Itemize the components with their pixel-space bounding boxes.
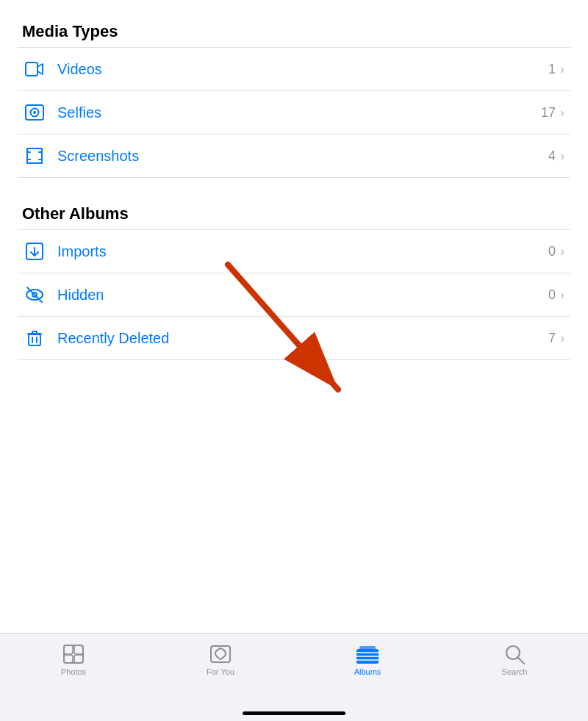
selfie-icon <box>24 101 46 123</box>
svg-line-27 <box>518 658 524 664</box>
photos-tab-label: Photos <box>61 667 86 676</box>
media-types-title: Media Types <box>18 22 570 41</box>
video-icon <box>24 58 46 80</box>
svg-rect-16 <box>74 645 83 654</box>
svg-rect-4 <box>27 148 42 163</box>
other-albums-title: Other Albums <box>18 204 570 223</box>
imports-chevron: › <box>560 244 564 259</box>
svg-rect-18 <box>74 655 83 663</box>
hidden-icon <box>24 284 46 306</box>
search-tab-icon <box>503 644 526 664</box>
imports-count: 0 <box>548 244 556 259</box>
for-you-tab-icon <box>209 644 232 664</box>
hidden-item[interactable]: Hidden 0 › <box>18 273 570 316</box>
tab-search[interactable]: Search <box>441 641 588 679</box>
screenshots-item[interactable]: Screenshots 4 › <box>18 134 570 177</box>
other-albums-section: Other Albums Imports 0 › <box>18 204 570 360</box>
search-tab-label: Search <box>502 667 528 676</box>
svg-rect-17 <box>64 655 73 663</box>
hidden-label: Hidden <box>57 287 548 304</box>
tab-for-you[interactable]: For You <box>147 641 294 679</box>
tab-albums[interactable]: Albums <box>294 641 441 679</box>
selfies-count: 17 <box>541 105 556 121</box>
imports-item[interactable]: Imports 0 › <box>18 230 570 273</box>
videos-item[interactable]: Videos 1 › <box>18 48 570 90</box>
selfies-label: Selfies <box>57 104 541 121</box>
recently-deleted-count: 7 <box>548 331 556 346</box>
screenshots-chevron: › <box>560 148 564 164</box>
screenshots-count: 4 <box>548 148 556 164</box>
for-you-tab-label: For You <box>207 667 234 676</box>
import-icon <box>24 240 46 262</box>
svg-rect-9 <box>29 334 40 345</box>
svg-rect-15 <box>64 645 73 654</box>
photos-tab-icon <box>62 644 85 664</box>
albums-tab-label: Albums <box>354 667 381 676</box>
videos-chevron: › <box>560 62 564 77</box>
recently-deleted-label: Recently Deleted <box>57 330 548 347</box>
albums-tab-icon <box>356 644 379 664</box>
svg-rect-21 <box>359 646 376 661</box>
recently-deleted-item[interactable]: Recently Deleted 7 › <box>18 317 570 359</box>
hidden-chevron: › <box>560 287 564 303</box>
hidden-count: 0 <box>548 287 556 303</box>
svg-point-3 <box>33 111 36 114</box>
screenshots-label: Screenshots <box>57 148 548 165</box>
home-indicator <box>243 711 345 715</box>
selfies-item[interactable]: Selfies 17 › <box>18 91 570 134</box>
tab-bar: Photos For You Albums <box>0 633 588 721</box>
media-types-section: Media Types Videos 1 › <box>18 22 570 178</box>
screenshot-icon <box>24 145 46 167</box>
videos-count: 1 <box>548 62 556 77</box>
tab-photos[interactable]: Photos <box>0 641 147 679</box>
trash-icon <box>24 327 46 349</box>
imports-label: Imports <box>57 243 548 260</box>
recently-deleted-chevron: › <box>560 331 564 346</box>
svg-rect-0 <box>26 62 37 76</box>
videos-label: Videos <box>57 61 548 78</box>
selfies-chevron: › <box>560 105 564 121</box>
